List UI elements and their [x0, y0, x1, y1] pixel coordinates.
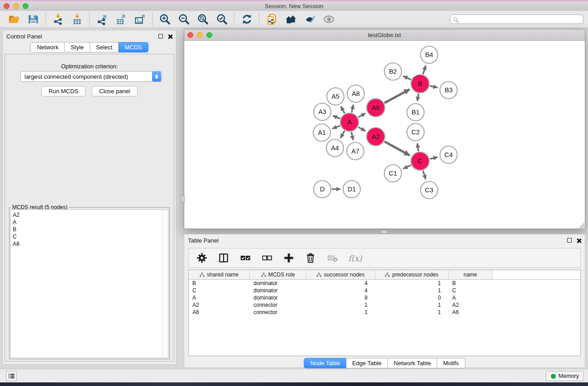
delete-table-icon[interactable] [326, 252, 338, 264]
graph-node-A5[interactable]: A5 [327, 88, 344, 105]
graph-edge-C-C4[interactable] [430, 157, 437, 159]
mcds-result-item[interactable]: C [13, 233, 168, 240]
graph-edge-B-B3[interactable] [430, 86, 437, 88]
graph-node-D[interactable]: D [314, 181, 331, 198]
graph-edge-A-A6[interactable] [358, 114, 365, 118]
graph-node-B4[interactable]: B4 [421, 46, 438, 63]
tab-node-table[interactable]: Node Table [304, 358, 346, 368]
delete-column-trash-icon[interactable] [305, 252, 316, 264]
float-panel-icon[interactable] [158, 34, 163, 38]
show-hide-panels-icon[interactable] [319, 12, 338, 27]
graph-node-A8[interactable]: A8 [347, 85, 364, 102]
graph-edge-A-A2[interactable] [358, 127, 365, 131]
close-panel-icon[interactable] [167, 34, 172, 39]
graph-edge-A-A7[interactable] [351, 132, 353, 140]
network-from-selection-icon[interactable] [262, 12, 281, 27]
mcds-result-item[interactable]: A [13, 219, 168, 226]
run-mcds-button[interactable]: Run MCDS [41, 86, 86, 96]
table-row[interactable]: Adominator80A [189, 294, 580, 301]
graph-edge-B-B1[interactable] [417, 94, 419, 101]
graph-node-B[interactable]: B [411, 75, 429, 93]
graph-edge-A6-B[interactable] [384, 89, 410, 103]
graph-node-A[interactable]: A [340, 113, 359, 131]
graph-node-C4[interactable]: C4 [440, 146, 457, 163]
graph-node-A7[interactable]: A7 [347, 143, 364, 160]
import-network-icon[interactable] [48, 12, 67, 27]
graph-edge-A2-C[interactable] [384, 142, 410, 156]
mcds-result-item[interactable]: A2 [13, 211, 168, 219]
graph-edge-B-B4[interactable] [423, 66, 426, 74]
tab-style[interactable]: Style [65, 42, 90, 52]
column-header-mcds-role[interactable]: MCDS role [250, 270, 306, 279]
horizontal-splitter-grip[interactable] [381, 230, 387, 234]
show-columns-icon[interactable] [218, 252, 229, 264]
table-options-gear-icon[interactable] [196, 252, 208, 264]
save-session-icon[interactable] [24, 12, 43, 27]
open-file-icon[interactable] [5, 12, 24, 27]
import-table-icon[interactable] [67, 12, 86, 27]
resize-grip-icon[interactable] [578, 221, 584, 228]
float-panel-icon[interactable] [567, 238, 572, 243]
home-layout-icon[interactable] [281, 12, 300, 27]
scrollbar-track[interactable] [162, 210, 168, 357]
vizmapper-icon[interactable] [300, 12, 319, 27]
search-field[interactable] [459, 16, 580, 23]
graph-edge-C-C1[interactable] [403, 165, 411, 169]
graph-node-C3[interactable]: C3 [421, 181, 438, 199]
graph-node-A3[interactable]: A3 [314, 103, 331, 120]
graph-node-C[interactable]: C [411, 152, 429, 170]
add-column-icon[interactable] [283, 252, 295, 264]
tab-network[interactable]: Network [30, 42, 65, 52]
graph-edge-A-A1[interactable] [332, 126, 340, 129]
graph-edge-B-B2[interactable] [403, 76, 411, 80]
graph-node-C2[interactable]: C2 [407, 124, 424, 141]
zoom-selected-icon[interactable] [212, 12, 231, 27]
mcds-result-item[interactable]: A6 [13, 240, 168, 248]
graph-edge-C-C2[interactable] [417, 143, 419, 152]
graph-node-C1[interactable]: C1 [384, 165, 402, 182]
tab-mcds[interactable]: MCDS [119, 42, 148, 52]
column-header-shared-name[interactable]: shared name [189, 270, 250, 279]
column-header-predecessor-nodes[interactable]: predecessor nodes [375, 270, 449, 279]
table-row[interactable]: A6connector11A6 [189, 309, 580, 316]
unselect-all-icon[interactable] [261, 252, 273, 264]
select-all-icon[interactable] [239, 252, 251, 264]
refresh-icon[interactable] [237, 12, 256, 27]
graph-node-B1[interactable]: B1 [407, 104, 424, 121]
tab-network-table[interactable]: Network Table [388, 358, 437, 368]
graph-edge-C-C3[interactable] [423, 171, 426, 179]
graph-node-D1[interactable]: D1 [343, 181, 360, 198]
close-panel-button[interactable]: Close panel [92, 86, 138, 96]
graph-node-A1[interactable]: A1 [313, 124, 330, 141]
graph-edge-A-A8[interactable] [352, 105, 354, 112]
column-header-name[interactable]: name [449, 270, 492, 279]
graph-node-A6[interactable]: A6 [367, 99, 385, 117]
graph-edge-A-A3[interactable] [333, 116, 340, 119]
graph-node-B3[interactable]: B3 [440, 81, 457, 99]
zoom-out-icon[interactable] [174, 12, 193, 27]
graph-node-A4[interactable]: A4 [326, 139, 344, 157]
memory-button[interactable]: Memory [546, 371, 584, 381]
zoom-in-icon[interactable] [155, 12, 174, 27]
network-canvas[interactable]: AA1A2A3A4A5A6A7A8BB1B2B3B4CC1C2C3C4DD1 [184, 41, 585, 229]
optimization-criterion-select[interactable]: largest connected component (directed) [20, 71, 162, 82]
table-row[interactable]: Bdominator41B [189, 280, 580, 287]
table-row[interactable]: A2connector11A2 [189, 301, 580, 309]
graph-edge-A-A5[interactable] [341, 106, 345, 114]
tab-select[interactable]: Select [90, 42, 119, 52]
table-row[interactable]: Cdominator41C [189, 287, 580, 294]
graph-node-A2[interactable]: A2 [367, 128, 385, 146]
mcds-result-list[interactable]: A2 A B C A6 [10, 210, 168, 358]
graph-node-B2[interactable]: B2 [384, 63, 402, 80]
search-input[interactable] [450, 14, 583, 24]
mcds-result-item[interactable]: B [13, 226, 168, 233]
close-panel-icon[interactable] [576, 238, 581, 243]
tab-edge-table[interactable]: Edge Table [346, 358, 388, 368]
export-image-icon[interactable] [130, 12, 149, 27]
task-history-button[interactable] [6, 371, 17, 381]
export-table-icon[interactable] [111, 12, 130, 27]
zoom-fit-icon[interactable] [193, 12, 212, 27]
splitter-grip[interactable] [181, 195, 185, 202]
graph-edge-A-A4[interactable] [340, 131, 344, 138]
export-network-icon[interactable] [92, 12, 111, 27]
